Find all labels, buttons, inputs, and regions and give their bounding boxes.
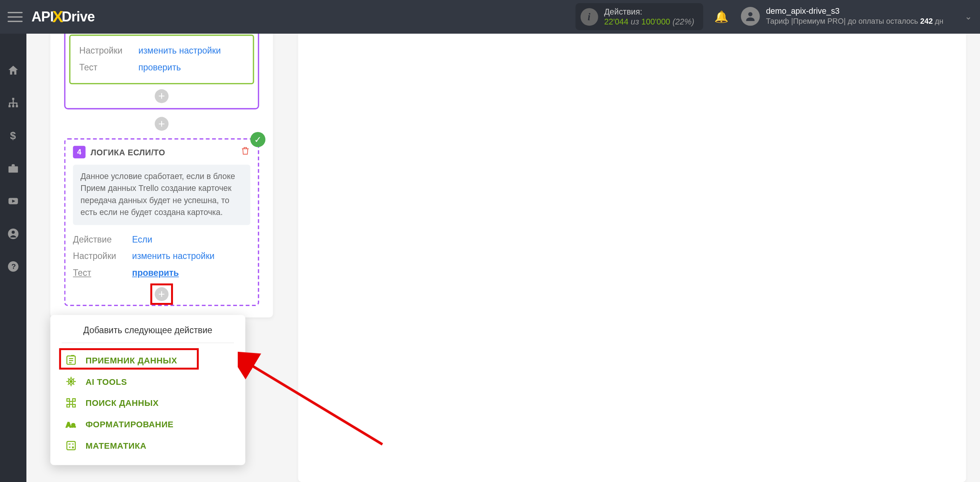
- sidebar-user-icon[interactable]: [6, 227, 20, 241]
- logo-drive: Drive: [62, 8, 95, 25]
- sidebar-billing-icon[interactable]: $: [6, 129, 20, 143]
- highlight-box: [150, 284, 173, 305]
- svg-rect-3: [12, 105, 14, 107]
- delete-block-button[interactable]: [240, 146, 250, 158]
- actions-pct: (22%): [670, 17, 694, 26]
- dropdown-label: ПОИСК ДАННЫХ: [85, 398, 158, 408]
- logo-api: API: [31, 8, 54, 25]
- content: Настройкиизменить настройки Тестпроверит…: [26, 33, 980, 482]
- check-icon: ✓: [250, 132, 265, 147]
- svg-point-15: [70, 381, 72, 383]
- sidebar: $ ?: [0, 33, 26, 482]
- link-test[interactable]: проверить: [132, 264, 179, 281]
- sidebar-connections-icon[interactable]: [6, 96, 20, 110]
- block-logic: ✓ 4 ЛОГИКА ЕСЛИ/ТО Данное условие сработ…: [64, 138, 259, 306]
- dropdown-label: ФОРМАТИРОВАНИЕ: [85, 420, 173, 429]
- svg-text:$: $: [10, 130, 16, 142]
- tariff-info: Тариф |Премиум PRO| до оплаты осталось 2…: [766, 17, 944, 27]
- actions-counter[interactable]: i Действия: 22'044 из 100'000 (22%): [575, 3, 703, 30]
- actions-of: из: [629, 17, 642, 26]
- add-next-action-button[interactable]: +: [155, 287, 168, 301]
- dropdown-item-search[interactable]: ПОИСК ДАННЫХ: [62, 392, 234, 414]
- avatar-icon: [741, 7, 760, 26]
- search-icon: [64, 396, 78, 410]
- header: API X Drive i Действия: 22'044 из 100'00…: [0, 0, 980, 33]
- link-edit-settings[interactable]: изменить настройки: [132, 248, 214, 265]
- dropdown-label: МАТЕМАТИКА: [85, 441, 146, 451]
- dropdown-item-math[interactable]: МАТЕМАТИКА: [62, 435, 234, 456]
- sidebar-briefcase-icon[interactable]: [6, 161, 20, 175]
- link-test[interactable]: проверить: [138, 59, 181, 76]
- svg-text:?: ?: [11, 262, 16, 270]
- svg-rect-4: [16, 105, 18, 107]
- link-action[interactable]: Если: [132, 231, 152, 248]
- svg-rect-18: [67, 441, 75, 450]
- dropdown-item-receiver[interactable]: ПРИЕМНИК ДАННЫХ: [62, 350, 234, 371]
- dropdown-item-format[interactable]: Aa ФОРМАТИРОВАНИЕ: [62, 414, 234, 435]
- math-icon: [64, 439, 78, 453]
- ai-icon: [64, 375, 78, 388]
- label-action: Действие: [73, 231, 123, 248]
- svg-rect-6: [8, 166, 18, 173]
- label-test: Тест: [73, 264, 123, 281]
- svg-text:Aa: Aa: [66, 421, 75, 429]
- user-name: demo_apix-drive_s3: [766, 7, 944, 17]
- label-test: Тест: [79, 59, 129, 76]
- actions-label: Действия:: [604, 7, 694, 17]
- actions-total: 100'000: [641, 17, 670, 26]
- block-description: Данное условие сработает, если в блоке П…: [73, 165, 250, 225]
- info-icon: i: [580, 8, 598, 26]
- block-prev: Настройкиизменить настройки Тестпроверит…: [64, 29, 259, 109]
- label-settings: Настройки: [73, 248, 123, 265]
- notifications-icon[interactable]: 🔔: [714, 10, 728, 23]
- svg-rect-1: [12, 98, 14, 100]
- svg-rect-2: [8, 105, 10, 107]
- add-block-button[interactable]: +: [155, 117, 168, 131]
- svg-point-16: [70, 401, 73, 404]
- add-action-dropdown: Добавить следующее действие ПРИЕМНИК ДАН…: [50, 315, 245, 465]
- svg-point-10: [11, 231, 15, 234]
- label-settings: Настройки: [79, 42, 129, 59]
- add-step-button[interactable]: +: [155, 90, 168, 103]
- main-canvas: [298, 33, 966, 482]
- dropdown-item-ai[interactable]: AI TOOLS: [62, 371, 234, 392]
- highlight-box: [59, 348, 199, 370]
- sidebar-help-icon[interactable]: ?: [6, 260, 20, 274]
- chevron-down-icon: ⌄: [965, 11, 972, 21]
- dropdown-title: Добавить следующее действие: [62, 325, 234, 343]
- sidebar-video-icon[interactable]: [6, 194, 20, 208]
- user-menu[interactable]: demo_apix-drive_s3 Тариф |Премиум PRO| д…: [741, 7, 972, 27]
- block-number: 4: [73, 146, 86, 158]
- workflow-panel: Настройкиизменить настройки Тестпроверит…: [50, 33, 273, 482]
- actions-used: 22'044: [604, 17, 628, 26]
- link-edit-settings[interactable]: изменить настройки: [138, 42, 220, 59]
- sidebar-home-icon[interactable]: [6, 64, 20, 77]
- format-icon: Aa: [64, 417, 78, 431]
- block-title: ЛОГИКА ЕСЛИ/ТО: [91, 148, 165, 157]
- dropdown-label: AI TOOLS: [85, 377, 127, 386]
- svg-point-0: [748, 13, 752, 17]
- logo[interactable]: API X Drive: [31, 7, 95, 26]
- menu-toggle[interactable]: [8, 9, 23, 24]
